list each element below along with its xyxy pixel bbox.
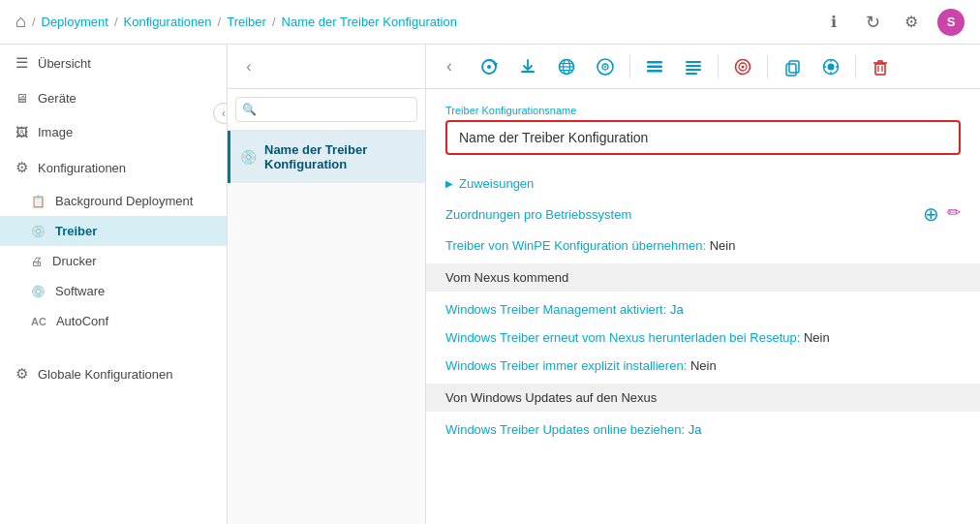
zuordnungen-row: Zuordnungen pro Betriebssystem ⊕ ✏ (445, 197, 961, 231)
sidebar-sub-item-background[interactable]: 📋 Background Deployment (0, 186, 227, 216)
list-item-icon: 💿 (240, 149, 257, 165)
sidebar: ‹ ☰ Übersicht 🖥 Geräte 🖼 Image ⚙ Konfigu… (0, 45, 228, 524)
toolbar-refresh-icon[interactable] (473, 50, 505, 83)
sidebar-sub-item-treiber[interactable]: 💿 Treiber (0, 216, 227, 246)
winpe-row: Treiber von WinPE Konfiguration übernehm… (445, 231, 961, 260)
sidebar-collapse-button[interactable]: ‹ (213, 103, 228, 124)
sidebar-sub-item-software[interactable]: 💿 Software (0, 276, 227, 306)
svg-rect-3 (521, 71, 535, 73)
zuweisungen-arrow: ▶ (445, 178, 453, 189)
middle-toolbar: ‹ (228, 45, 425, 89)
toolbar-disk-icon[interactable] (589, 50, 622, 83)
zuweisungen-label: Zuweisungen (459, 176, 534, 191)
sidebar-sub-item-drucker[interactable]: 🖨 Drucker (0, 246, 227, 276)
toolbar-globe-icon[interactable] (550, 50, 583, 83)
search-input[interactable] (235, 97, 417, 122)
main-layout: ‹ ☰ Übersicht 🖥 Geräte 🖼 Image ⚙ Konfigu… (0, 45, 980, 524)
svg-rect-14 (647, 70, 662, 73)
right-back-button[interactable]: ‹ (436, 53, 463, 80)
geraete-icon: 🖥 (15, 91, 28, 106)
svg-point-21 (742, 65, 745, 68)
svg-rect-13 (647, 65, 662, 68)
svg-rect-15 (686, 61, 701, 63)
field-input-konfigname[interactable]: Name der Treiber Konfiguration (445, 120, 961, 155)
toolbar-copy-icon[interactable] (776, 50, 809, 83)
toolbar-download-icon[interactable] (511, 50, 544, 83)
sidebar-sub-item-autoconf[interactable]: AC AutoConf (0, 306, 227, 336)
svg-rect-26 (875, 64, 885, 75)
zuordnungen-add-icon[interactable]: ⊕ (923, 202, 939, 226)
sidebar-item-konfigurationen[interactable]: ⚙ Konfigurationen (0, 149, 227, 186)
windows-online-value: Ja (689, 422, 702, 437)
refresh-button[interactable]: ↻ (860, 10, 885, 35)
zuordnungen-icons: ⊕ ✏ (923, 202, 961, 226)
svg-rect-23 (789, 61, 799, 73)
windows-explicit-value: Nein (690, 358, 717, 373)
breadcrumb-current: Name der Treiber Konfiguration (282, 15, 457, 29)
windows-redownload-label: Windows Treiber erneut vom Nexus herunte… (445, 330, 800, 345)
windows-online-label: Windows Treiber Updates online beziehen: (445, 422, 685, 437)
windows-mgmt-label: Windows Treiber Management aktiviert: (445, 302, 666, 317)
windows-mgmt-value: Ja (670, 302, 684, 317)
sidebar-item-label-geraete: Geräte (38, 91, 77, 106)
sidebar-sub-label-drucker: Drucker (52, 254, 97, 268)
windows-redownload-row: Windows Treiber erneut vom Nexus herunte… (445, 324, 961, 352)
image-icon: 🖼 (15, 125, 28, 139)
sidebar-item-geraete[interactable]: 🖥 Geräte (0, 81, 227, 115)
konfigurationen-icon: ⚙ (15, 159, 28, 176)
toolbar-target-icon[interactable] (726, 50, 759, 83)
background-icon: 📋 (31, 195, 46, 208)
software-icon: 💿 (31, 285, 46, 298)
sidebar-item-globale[interactable]: ⚙ Globale Konfigurationen (0, 355, 227, 392)
field-label-konfigname: Treiber Konfigurationsname (445, 105, 961, 116)
settings-button[interactable]: ⚙ (899, 10, 924, 35)
breadcrumb-deployment[interactable]: Deployment (42, 15, 108, 29)
list-item-label-line1: Name der Treiber (264, 142, 367, 157)
breadcrumb-konfigurationen[interactable]: Konfigurationen (124, 15, 212, 29)
middle-panel: ‹ 🔍 💿 Name der Treiber Konfiguration (228, 45, 426, 524)
toolbar-separator-2 (718, 55, 719, 78)
sidebar-item-image[interactable]: 🖼 Image (0, 115, 227, 149)
zuweisungen-row[interactable]: ▶ Zuweisungen (445, 170, 961, 197)
list-item-label-line2: Konfiguration (264, 157, 367, 171)
treiber-icon: 💿 (31, 225, 46, 238)
svg-rect-18 (686, 73, 697, 75)
middle-list-item[interactable]: 💿 Name der Treiber Konfiguration (228, 131, 425, 183)
middle-back-button[interactable]: ‹ (235, 53, 262, 80)
breadcrumb-area: ⌂ / Deployment / Konfigurationen / Treib… (15, 12, 457, 32)
toolbar-list2-icon[interactable] (677, 50, 710, 83)
home-icon[interactable]: ⌂ (15, 12, 26, 32)
toolbar-separator-3 (767, 55, 768, 78)
uebersicht-icon: ☰ (15, 54, 28, 72)
list-item-label: Name der Treiber Konfiguration (264, 142, 367, 171)
avatar[interactable]: S (937, 9, 965, 36)
sidebar-item-label-globale: Globale Konfigurationen (38, 367, 173, 382)
sidebar-sub-label-autoconf: AutoConf (56, 314, 108, 328)
zuordnungen-edit-icon[interactable]: ✏ (947, 202, 961, 226)
toolbar-deploy-icon[interactable] (814, 50, 847, 83)
autoconf-icon: AC (31, 316, 46, 327)
search-wrapper: 🔍 (235, 97, 417, 122)
search-icon: 🔍 (242, 103, 257, 116)
windows-mgmt-row: Windows Treiber Management aktiviert: Ja (445, 295, 961, 324)
svg-point-25 (828, 63, 835, 70)
section-divider-nexus: Vom Nexus kommend (426, 263, 980, 292)
toolbar-list1-icon[interactable] (638, 50, 671, 83)
right-panel: ‹ (426, 45, 980, 524)
windows-online-row: Windows Treiber Updates online beziehen:… (445, 416, 961, 444)
svg-point-2 (487, 65, 491, 69)
section-divider-updates: Von Windows Updates auf den Nexus (426, 384, 980, 412)
winpe-value: Nein (710, 238, 736, 253)
sidebar-sub-label-software: Software (55, 284, 105, 298)
windows-explicit-label: Windows Treiber immer explizit installie… (445, 358, 687, 373)
topbar-actions: ℹ ↻ ⚙ S (821, 9, 965, 36)
toolbar-delete-icon[interactable] (864, 50, 897, 83)
breadcrumb-treiber[interactable]: Treiber (227, 15, 266, 29)
sidebar-item-label-konfigurationen: Konfigurationen (38, 161, 126, 175)
drucker-icon: 🖨 (31, 255, 43, 268)
zuordnungen-label: Zuordnungen pro Betriebssystem (445, 207, 631, 222)
info-button[interactable]: ℹ (821, 10, 846, 35)
sidebar-item-uebersicht[interactable]: ☰ Übersicht (0, 45, 227, 81)
windows-redownload-value: Nein (804, 330, 830, 345)
winpe-label: Treiber von WinPE Konfiguration übernehm… (445, 238, 706, 253)
